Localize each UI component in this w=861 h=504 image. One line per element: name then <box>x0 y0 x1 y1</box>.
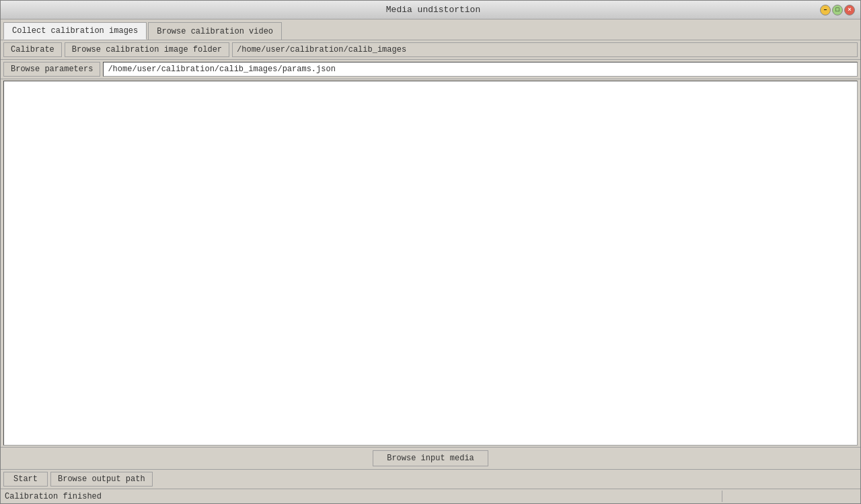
title-bar: Media undistortion – □ × <box>1 1 860 19</box>
maximize-button[interactable]: □ <box>832 5 843 15</box>
status-bar: Calibration finished <box>1 489 860 503</box>
tab-collect-calibration-label: Collect calibration images <box>12 26 138 36</box>
status-right-panel <box>722 491 856 502</box>
params-path-display: /home/user/calibration/calib_images/para… <box>103 62 858 77</box>
minimize-icon: – <box>823 7 827 13</box>
browse-input-media-label: Browse input media <box>387 454 474 463</box>
maximize-icon: □ <box>835 7 839 13</box>
input-media-bar: Browse input media <box>1 447 860 469</box>
status-text: Calibration finished <box>5 492 722 501</box>
browse-calibration-folder-button[interactable]: Browse calibration image folder <box>65 42 229 57</box>
browse-parameters-label: Browse parameters <box>11 65 93 74</box>
calibrate-button[interactable]: Calibrate <box>3 42 62 57</box>
close-button[interactable]: × <box>844 5 855 15</box>
tab-collect-calibration[interactable]: Collect calibration images <box>3 22 147 40</box>
window-title: Media undistortion <box>46 5 820 15</box>
bottom-bar: Start Browse output path <box>1 469 860 489</box>
tab-row: Collect calibration images Browse calibr… <box>1 19 860 40</box>
start-button[interactable]: Start <box>3 472 48 487</box>
main-window: Media undistortion – □ × Collect calibra… <box>0 0 861 504</box>
tab-browse-calibration-video-label: Browse calibration video <box>157 27 273 36</box>
start-button-label: Start <box>13 474 38 484</box>
main-content-area <box>3 81 858 446</box>
minimize-button[interactable]: – <box>820 5 831 15</box>
params-row: Browse parameters /home/user/calibration… <box>1 60 860 79</box>
tab-browse-calibration-video[interactable]: Browse calibration video <box>148 22 282 40</box>
calibrate-row: Calibrate Browse calibration image folde… <box>1 40 860 60</box>
browse-input-media-button[interactable]: Browse input media <box>373 450 488 466</box>
browse-output-path-button[interactable]: Browse output path <box>50 472 153 487</box>
browse-parameters-button[interactable]: Browse parameters <box>3 62 100 77</box>
calibration-folder-path: /home/user/calibration/calib_images <box>232 42 858 57</box>
content-area: Collect calibration images Browse calibr… <box>1 19 860 503</box>
browse-output-path-label: Browse output path <box>58 474 145 484</box>
title-bar-controls: – □ × <box>820 5 855 15</box>
browse-calibration-folder-label: Browse calibration image folder <box>72 45 222 54</box>
close-icon: × <box>848 7 851 13</box>
calibrate-button-label: Calibrate <box>11 45 54 54</box>
